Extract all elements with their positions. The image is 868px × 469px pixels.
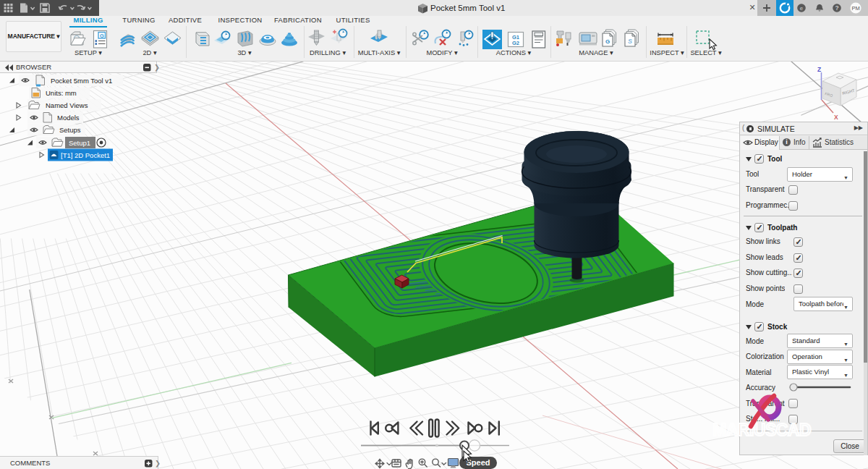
- svg-text:e: e: [800, 5, 804, 12]
- svg-text:G2: G2: [512, 40, 519, 46]
- svg-text:G: G: [605, 38, 610, 45]
- svg-text:Z: Z: [817, 66, 821, 73]
- svg-text:Named Views: Named Views: [46, 101, 88, 109]
- svg-text:Setup1: Setup1: [69, 139, 90, 147]
- svg-text:Models: Models: [57, 114, 80, 122]
- svg-text:PM: PM: [851, 5, 859, 12]
- svg-text:S: S: [628, 38, 632, 45]
- svg-text:X: X: [834, 114, 838, 121]
- svg-text:[T1] 2D Pocket1: [T1] 2D Pocket1: [61, 151, 110, 159]
- svg-text:Setups: Setups: [59, 126, 81, 134]
- svg-text:?: ?: [835, 4, 838, 12]
- svg-text:G: G: [100, 33, 104, 39]
- svg-text:Pocket 5mm Tool v1: Pocket 5mm Tool v1: [51, 77, 112, 85]
- svg-text:Units: mm: Units: mm: [46, 89, 77, 97]
